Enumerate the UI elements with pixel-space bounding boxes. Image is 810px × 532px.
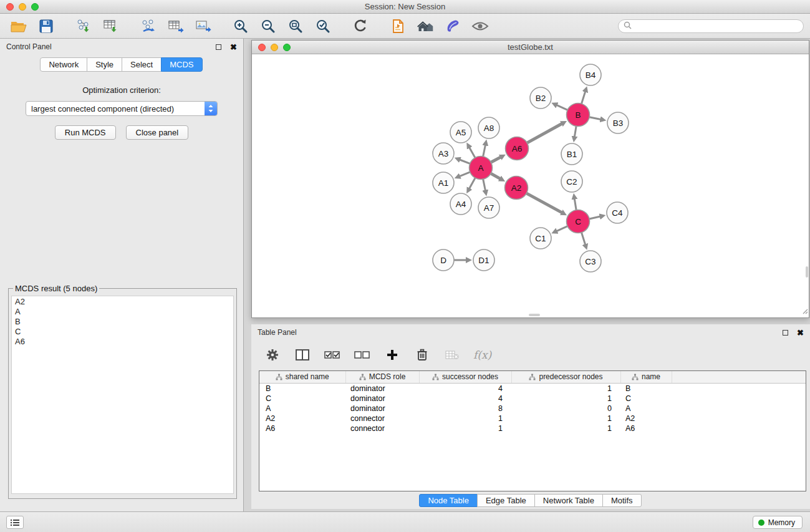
search-box[interactable] <box>618 19 804 33</box>
mcds-result-item[interactable]: B <box>15 317 230 327</box>
tab-edge-table[interactable]: Edge Table <box>477 494 535 507</box>
export-table-icon[interactable] <box>167 17 185 35</box>
minimize-network-window-icon[interactable] <box>271 44 278 51</box>
close-window-icon[interactable] <box>6 3 14 11</box>
tab-style[interactable]: Style <box>87 57 122 72</box>
tab-network-table[interactable]: Network Table <box>534 494 603 507</box>
first-neighbors-icon[interactable] <box>389 17 407 35</box>
tab-select[interactable]: Select <box>122 57 162 72</box>
float-table-panel-icon[interactable] <box>783 330 788 336</box>
delete-column-trash-icon[interactable] <box>413 346 431 364</box>
table-cell[interactable]: dominator <box>345 394 419 404</box>
table-cell[interactable]: 1 <box>419 423 511 433</box>
table-cell[interactable]: 1 <box>511 394 620 404</box>
table-cell[interactable]: A2 <box>620 414 672 423</box>
tab-mcds[interactable]: MCDS <box>161 57 202 72</box>
column-header-predecessor-nodes[interactable]: predecessor nodes <box>511 371 620 383</box>
unselect-all-columns-icon[interactable] <box>354 346 371 364</box>
table-cell[interactable]: A6 <box>620 423 672 433</box>
table-cell[interactable]: C <box>259 394 345 404</box>
graph-edge-A6-B[interactable] <box>527 123 562 143</box>
column-header-successor-nodes[interactable]: successor nodes <box>419 371 511 383</box>
graph-node-C4[interactable]: C4 <box>607 202 628 223</box>
select-all-columns-icon[interactable] <box>324 346 341 364</box>
show-columns-icon[interactable] <box>294 346 311 364</box>
mcds-result-item[interactable]: A <box>15 307 230 317</box>
zoom-selected-icon[interactable] <box>314 17 332 35</box>
eye-icon[interactable] <box>471 17 489 35</box>
window-resize-handle[interactable] <box>802 307 808 316</box>
export-image-icon[interactable] <box>195 17 212 35</box>
task-history-button[interactable] <box>6 516 24 529</box>
table-cell[interactable]: connector <box>345 423 419 433</box>
table-cell[interactable]: connector <box>345 414 419 423</box>
table-settings-gear-icon[interactable] <box>264 346 281 364</box>
mcds-result-item[interactable]: C <box>15 327 230 337</box>
graph-node-D1[interactable]: D1 <box>473 249 494 271</box>
close-network-window-icon[interactable] <box>258 44 266 51</box>
table-cell[interactable]: 1 <box>511 423 620 433</box>
vertical-scrollbar-thumb[interactable] <box>806 266 808 278</box>
table-row[interactable]: A6connector11A6 <box>259 423 806 433</box>
table-row[interactable]: A2connector11A2 <box>259 414 806 423</box>
graph-edge-B-B3[interactable] <box>589 117 600 120</box>
column-header-shared-name[interactable]: shared name <box>259 371 345 383</box>
table-cell[interactable]: 4 <box>419 383 511 394</box>
close-panel-icon[interactable]: ✖ <box>230 43 237 51</box>
graph-node-B2[interactable]: B2 <box>530 87 551 109</box>
graph-node-D[interactable]: D <box>433 249 454 271</box>
graph-edge-B-B4[interactable] <box>582 92 586 104</box>
maximize-network-window-icon[interactable] <box>283 44 291 51</box>
zoom-in-icon[interactable] <box>232 17 249 35</box>
graph-edge-A-A2[interactable] <box>491 173 500 179</box>
table-cell[interactable]: A6 <box>259 423 345 433</box>
open-session-icon[interactable] <box>10 17 27 35</box>
graph-edge-A-A3[interactable] <box>460 160 470 163</box>
table-cell[interactable]: 4 <box>419 394 511 404</box>
graph-node-B3[interactable]: B3 <box>607 112 629 133</box>
table-cell[interactable]: A2 <box>259 414 345 423</box>
graph-node-A5[interactable]: A5 <box>450 122 471 143</box>
network-canvas[interactable]: B4B2BB3A8A5A6A3B1AC2A1A2A4A7C4CC1DD1C3 <box>252 54 809 317</box>
paint-icon[interactable] <box>444 17 461 35</box>
export-network-icon[interactable] <box>140 17 157 35</box>
run-mcds-button[interactable]: Run MCDS <box>55 125 116 140</box>
close-table-panel-icon[interactable]: ✖ <box>797 329 804 337</box>
graph-edge-A-A6[interactable] <box>491 157 501 162</box>
close-panel-button[interactable]: Close panel <box>126 125 189 140</box>
graph-edge-A-A8[interactable] <box>483 145 486 156</box>
graph-edge-C-C1[interactable] <box>557 226 568 231</box>
graph-node-A7[interactable]: A7 <box>478 197 499 218</box>
table-cell[interactable]: A <box>259 404 345 414</box>
table-cell[interactable]: B <box>259 383 345 394</box>
search-input[interactable] <box>635 21 803 32</box>
refresh-icon[interactable] <box>352 17 369 35</box>
import-network-icon[interactable] <box>75 17 92 35</box>
graph-node-A1[interactable]: A1 <box>433 172 454 193</box>
horizontal-scrollbar-thumb[interactable] <box>529 314 540 316</box>
minimize-window-icon[interactable] <box>19 3 26 11</box>
graph-node-C2[interactable]: C2 <box>561 171 582 192</box>
table-cell[interactable]: 1 <box>511 383 620 394</box>
tab-node-table[interactable]: Node Table <box>419 494 478 507</box>
graph-node-C[interactable]: C <box>567 210 590 233</box>
graph-node-C3[interactable]: C3 <box>580 251 601 272</box>
table-row[interactable]: Cdominator41C <box>259 394 806 404</box>
import-table-icon[interactable] <box>102 17 120 35</box>
table-cell[interactable]: B <box>620 383 672 394</box>
graph-edge-C-C4[interactable] <box>589 216 600 219</box>
tab-network[interactable]: Network <box>40 57 87 72</box>
graph-node-A8[interactable]: A8 <box>478 117 499 138</box>
graph-edge-C-C3[interactable] <box>582 233 586 245</box>
criterion-dropdown[interactable]: largest connected component (directed) <box>26 101 218 116</box>
memory-button[interactable]: Memory <box>753 516 803 529</box>
graph-node-A4[interactable]: A4 <box>450 193 471 215</box>
graph-edge-A-A5[interactable] <box>470 147 475 157</box>
graph-node-C1[interactable]: C1 <box>530 228 551 249</box>
graph-edge-B-B2[interactable] <box>557 105 568 110</box>
zoom-fit-icon[interactable] <box>287 17 304 35</box>
graph-edge-C-C2[interactable] <box>574 199 576 210</box>
table-cell[interactable]: dominator <box>345 404 419 414</box>
graph-edge-A2-C[interactable] <box>526 193 562 213</box>
table-cell[interactable]: 0 <box>511 404 620 414</box>
